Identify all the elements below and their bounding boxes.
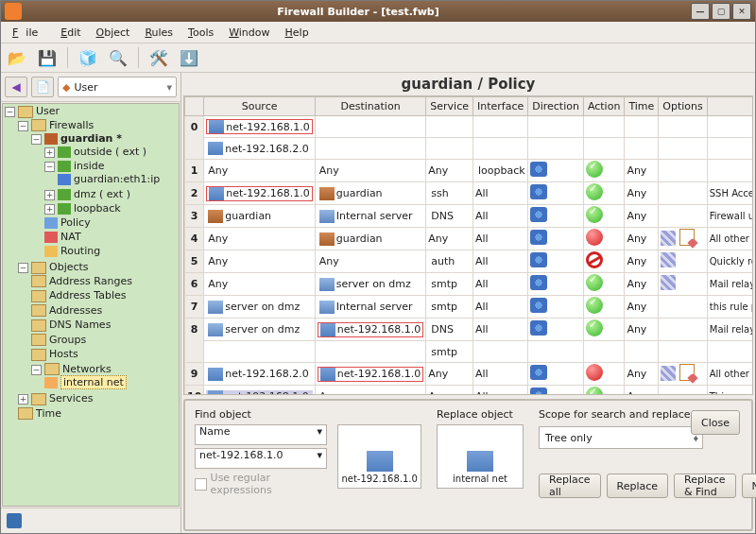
tree-toggle[interactable]: +: [44, 190, 55, 200]
cell-action[interactable]: [583, 296, 624, 319]
col-service[interactable]: Service: [426, 97, 473, 116]
minimize-button[interactable]: —: [691, 3, 710, 20]
cell-service[interactable]: smtp: [426, 296, 473, 319]
cell-options[interactable]: [659, 182, 707, 205]
cell-interface[interactable]: All: [472, 250, 527, 273]
cell-comment[interactable]: This permits access: [707, 386, 753, 396]
rule-row[interactable]: 10net-192.168.1.0AnyAnyAllAnyThis permit…: [185, 386, 754, 396]
tree-toggle[interactable]: −: [5, 107, 15, 117]
new-object-icon[interactable]: 🧊: [77, 47, 98, 68]
rule-row[interactable]: 7server on dmzInternal serversmtpAllAnyt…: [185, 296, 754, 319]
menu-rules[interactable]: Rules: [137, 25, 180, 41]
cell-destination[interactable]: Any: [315, 250, 426, 273]
cell-action[interactable]: [583, 205, 624, 228]
cell-time[interactable]: Any: [625, 363, 659, 386]
col-source[interactable]: Source: [204, 97, 316, 116]
cell-comment[interactable]: Firewall uses one of: [707, 205, 753, 228]
cell-options[interactable]: [659, 386, 707, 396]
menu-window[interactable]: Window: [221, 25, 277, 41]
tree-toggle[interactable]: −: [31, 134, 42, 145]
back-button[interactable]: ◀: [5, 77, 27, 97]
cell-options[interactable]: [659, 273, 707, 296]
rule-row[interactable]: 5AnyAnyauthAllAnyQuickly reject attemp: [185, 250, 754, 273]
menu-help[interactable]: Help: [278, 25, 317, 41]
menu-file[interactable]: File: [5, 25, 53, 41]
cell-destination[interactable]: net-192.168.1.0: [315, 363, 426, 386]
cell-interface[interactable]: All: [472, 296, 527, 319]
cell-comment[interactable]: Quickly reject attemp: [707, 250, 753, 273]
cell-service[interactable]: DNS: [426, 319, 473, 341]
cell-destination[interactable]: Internal server: [315, 296, 426, 319]
rules-grid[interactable]: Source Destination Service Interface Dir…: [183, 95, 753, 395]
rule-row[interactable]: 0net-192.168.1.0: [185, 116, 754, 138]
cell-source[interactable]: Any: [204, 228, 316, 250]
cell-source[interactable]: server on dmz: [204, 319, 316, 341]
cell-time[interactable]: Any: [625, 160, 659, 182]
scope-select[interactable]: Tree only: [539, 426, 703, 449]
cell-source[interactable]: Any: [204, 160, 316, 182]
cell-comment[interactable]: Mail relay on DMZ c: [707, 273, 753, 296]
rule-row[interactable]: 4AnyguardianAnyAllAny All other attempts…: [185, 228, 754, 250]
cell-destination[interactable]: Internal server: [315, 205, 426, 228]
col-comment[interactable]: Comm: [707, 97, 753, 116]
cell-service[interactable]: Any: [426, 386, 473, 396]
cell-comment[interactable]: [707, 160, 753, 182]
cell-comment[interactable]: Mail relay needs DN connect to mail serv…: [707, 319, 753, 341]
cell-action[interactable]: [583, 228, 624, 250]
compile-icon[interactable]: 🛠️: [148, 47, 169, 68]
cell-source[interactable]: Any: [204, 273, 316, 296]
cell-time[interactable]: Any: [625, 296, 659, 319]
cell-service[interactable]: Any: [426, 363, 473, 386]
tree-toggle[interactable]: +: [44, 204, 55, 215]
cell-service[interactable]: [426, 116, 473, 138]
cell-time[interactable]: Any: [625, 319, 659, 341]
cell-interface[interactable]: All: [472, 205, 527, 228]
rule-row[interactable]: 9net-192.168.2.0net-192.168.1.0AnyAllAny…: [185, 363, 754, 386]
tree-firewalls[interactable]: Firewalls: [49, 119, 94, 131]
cell-options[interactable]: [659, 116, 707, 138]
cell-service[interactable]: DNS: [426, 205, 473, 228]
cell-interface[interactable]: All: [472, 363, 527, 386]
cell-destination[interactable]: [315, 116, 426, 138]
cell-options[interactable]: [659, 228, 707, 250]
cell-interface[interactable]: All: [472, 182, 527, 205]
tree-internal-net[interactable]: internal net: [60, 375, 127, 389]
cell-direction[interactable]: [528, 205, 584, 228]
tree-guardian[interactable]: guardian *: [60, 132, 122, 145]
cell-action[interactable]: [583, 363, 624, 386]
tree-toggle[interactable]: −: [44, 162, 55, 172]
cell-source[interactable]: net-192.168.2.0: [204, 138, 316, 160]
rule-row[interactable]: 1AnyAnyAnyloopbackAny: [185, 160, 754, 182]
save-icon[interactable]: 💾: [37, 47, 58, 68]
replace-button[interactable]: Replace: [607, 474, 669, 498]
cell-time[interactable]: Any: [625, 273, 659, 296]
col-time[interactable]: Time: [625, 97, 659, 116]
rule-row-sub[interactable]: net-192.168.2.0: [185, 138, 754, 160]
cell-interface[interactable]: All: [472, 386, 527, 396]
cell-action[interactable]: [583, 182, 624, 205]
tree-hosts[interactable]: Hosts: [49, 348, 78, 360]
tree-groups[interactable]: Groups: [49, 334, 86, 346]
cell-time[interactable]: Any: [625, 228, 659, 250]
cell-direction[interactable]: [528, 182, 584, 205]
tree-addr-tables[interactable]: Address Tables: [49, 289, 126, 301]
menu-tools[interactable]: Tools: [180, 25, 221, 41]
rule-row[interactable]: 2net-192.168.1.0guardiansshAllAnySSH Acc…: [185, 182, 754, 205]
cell-action[interactable]: [583, 250, 624, 273]
cell-action[interactable]: [583, 116, 624, 138]
cell-direction[interactable]: [528, 273, 584, 296]
cell-interface[interactable]: All: [472, 273, 527, 296]
tree-user[interactable]: User: [36, 105, 60, 117]
tree-loopback[interactable]: loopback: [74, 202, 121, 215]
tree-toggle[interactable]: +: [18, 394, 28, 405]
find-attr-combo[interactable]: Name▾: [195, 424, 327, 445]
find-icon[interactable]: 🔍: [108, 47, 129, 68]
cell-action[interactable]: [583, 386, 624, 396]
cell-source[interactable]: Any: [204, 250, 316, 273]
find-value-combo[interactable]: net-192.168.1.0▾: [195, 448, 327, 469]
cell-destination[interactable]: Any: [315, 160, 426, 182]
cell-direction[interactable]: [528, 296, 584, 319]
close-panel-button[interactable]: Close: [691, 410, 740, 435]
replace-find-button[interactable]: Replace & Find: [674, 474, 736, 498]
new-lib-button[interactable]: 📄: [31, 77, 54, 97]
